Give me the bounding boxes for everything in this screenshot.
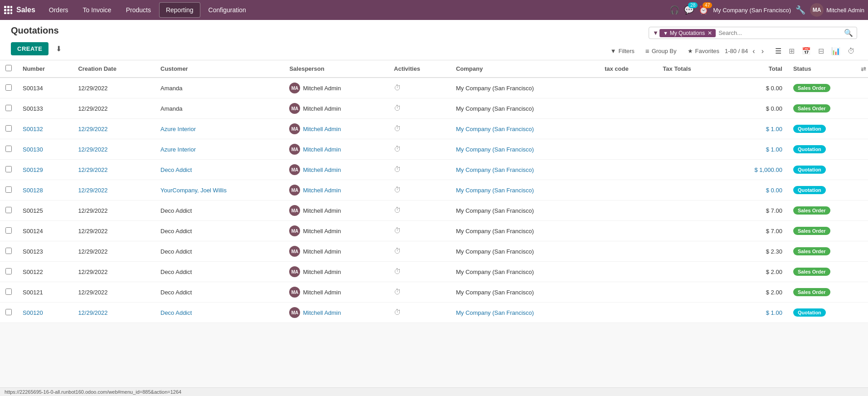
row-activity[interactable]: ⏱ xyxy=(388,180,451,200)
th-customer[interactable]: Customer xyxy=(155,60,284,78)
th-tax-code[interactable]: tax code xyxy=(599,60,657,78)
th-number[interactable]: Number xyxy=(17,60,73,78)
filters-button[interactable]: ▼ Filters xyxy=(605,45,640,57)
row-checkbox-cell[interactable] xyxy=(0,78,17,98)
th-select-all[interactable] xyxy=(0,60,17,78)
row-activity[interactable]: ⏱ xyxy=(388,262,451,282)
row-checkbox-cell[interactable] xyxy=(0,160,17,180)
row-company[interactable]: My Company (San Francisco) xyxy=(451,303,599,323)
row-number[interactable]: S00125 xyxy=(17,200,73,221)
activity-clock-icon[interactable]: ⏱ xyxy=(394,206,401,214)
clock-icon-wrapper[interactable]: ⏰ 47 xyxy=(698,5,708,15)
kanban-view-button[interactable]: ⊞ xyxy=(786,45,797,57)
row-number[interactable]: S00120 xyxy=(17,303,73,323)
row-company[interactable]: My Company (San Francisco) xyxy=(451,119,599,139)
calendar-view-button[interactable]: 📅 xyxy=(800,45,813,57)
activity-clock-icon[interactable]: ⏱ xyxy=(394,84,401,92)
row-customer[interactable]: Azure Interior xyxy=(155,139,284,160)
row-customer[interactable]: Deco Addict xyxy=(155,303,284,323)
nav-configuration[interactable]: Configuration xyxy=(202,3,252,17)
row-customer[interactable]: Deco Addict xyxy=(155,160,284,180)
th-salesperson[interactable]: Salesperson xyxy=(284,60,388,78)
row-checkbox[interactable] xyxy=(5,207,12,213)
activity-clock-icon[interactable]: ⏱ xyxy=(394,125,401,132)
row-company[interactable]: My Company (San Francisco) xyxy=(451,139,599,160)
row-number[interactable]: S00132 xyxy=(17,119,73,139)
row-checkbox[interactable] xyxy=(5,186,12,193)
wrench-icon[interactable]: 🔧 xyxy=(795,5,805,15)
row-activity[interactable]: ⏱ xyxy=(388,98,451,119)
row-number[interactable]: S00124 xyxy=(17,221,73,241)
row-activity[interactable]: ⏱ xyxy=(388,160,451,180)
row-checkbox-cell[interactable] xyxy=(0,262,17,282)
graph-view-button[interactable]: 📊 xyxy=(829,45,843,57)
activity-clock-icon[interactable]: ⏱ xyxy=(394,145,401,153)
nav-to-invoice[interactable]: To Invoice xyxy=(77,3,118,17)
nav-reporting[interactable]: Reporting xyxy=(159,2,200,18)
row-checkbox-cell[interactable] xyxy=(0,180,17,200)
row-checkbox[interactable] xyxy=(5,105,12,111)
activity-clock-icon[interactable]: ⏱ xyxy=(394,166,401,173)
activity-view-button[interactable]: ⏱ xyxy=(845,46,857,57)
nav-orders[interactable]: Orders xyxy=(43,3,75,17)
row-number[interactable]: S00123 xyxy=(17,241,73,262)
activity-clock-icon[interactable]: ⏱ xyxy=(394,104,401,112)
activity-clock-icon[interactable]: ⏱ xyxy=(394,247,401,255)
th-activities[interactable]: Activities xyxy=(388,60,451,78)
pivot-view-button[interactable]: ⊟ xyxy=(816,45,826,57)
row-activity[interactable]: ⏱ xyxy=(388,139,451,160)
row-checkbox[interactable] xyxy=(5,166,12,172)
row-activity[interactable]: ⏱ xyxy=(388,200,451,221)
support-icon-wrapper[interactable]: 🎧 xyxy=(669,5,679,15)
activity-clock-icon[interactable]: ⏱ xyxy=(394,227,401,235)
row-checkbox[interactable] xyxy=(5,309,12,315)
row-creation-date[interactable]: 12/29/2022 xyxy=(73,119,155,139)
th-company[interactable]: Company xyxy=(451,60,599,78)
row-checkbox[interactable] xyxy=(5,288,12,295)
row-company[interactable]: My Company (San Francisco) xyxy=(451,180,599,200)
prev-page-button[interactable]: ‹ xyxy=(751,46,756,56)
row-checkbox[interactable] xyxy=(5,146,12,152)
row-activity[interactable]: ⏱ xyxy=(388,221,451,241)
row-activity[interactable]: ⏱ xyxy=(388,78,451,98)
activity-clock-icon[interactable]: ⏱ xyxy=(394,268,401,275)
row-number[interactable]: S00122 xyxy=(17,262,73,282)
row-activity[interactable]: ⏱ xyxy=(388,119,451,139)
row-checkbox-cell[interactable] xyxy=(0,200,17,221)
download-button[interactable]: ⬇ xyxy=(52,43,65,55)
activity-clock-icon[interactable]: ⏱ xyxy=(394,288,401,296)
row-creation-date[interactable]: 12/29/2022 xyxy=(73,303,155,323)
th-tax-totals[interactable]: Tax Totals xyxy=(657,60,723,78)
row-number[interactable]: S00129 xyxy=(17,160,73,180)
activity-clock-icon[interactable]: ⏱ xyxy=(394,186,401,194)
row-number[interactable]: S00133 xyxy=(17,98,73,119)
user-menu[interactable]: MA Mitchell Admin xyxy=(810,3,864,17)
th-total[interactable]: Total xyxy=(723,60,788,78)
row-checkbox[interactable] xyxy=(5,248,12,254)
groupby-button[interactable]: ≡ Group By xyxy=(640,45,682,57)
active-filter-tag[interactable]: ▼ My Quotations ✕ xyxy=(659,29,716,37)
row-checkbox-cell[interactable] xyxy=(0,119,17,139)
row-checkbox[interactable] xyxy=(5,268,12,274)
nav-products[interactable]: Products xyxy=(120,3,157,17)
row-customer[interactable]: YourCompany, Joel Willis xyxy=(155,180,284,200)
row-number[interactable]: S00130 xyxy=(17,139,73,160)
activity-clock-icon[interactable]: ⏱ xyxy=(394,308,401,316)
th-creation-date[interactable]: Creation Date xyxy=(73,60,155,78)
row-creation-date[interactable]: 12/29/2022 xyxy=(73,139,155,160)
select-all-checkbox[interactable] xyxy=(5,65,12,71)
row-creation-date[interactable]: 12/29/2022 xyxy=(73,180,155,200)
search-button[interactable]: 🔍 xyxy=(844,29,853,37)
row-checkbox[interactable] xyxy=(5,227,12,234)
row-activity[interactable]: ⏱ xyxy=(388,303,451,323)
create-button[interactable]: CREATE xyxy=(11,42,48,55)
apps-menu-button[interactable] xyxy=(4,5,13,15)
search-input[interactable] xyxy=(718,29,844,36)
row-activity[interactable]: ⏱ xyxy=(388,282,451,303)
filter-tag-remove[interactable]: ✕ xyxy=(708,30,712,36)
messages-icon-wrapper[interactable]: 💬 28 xyxy=(684,5,694,15)
row-checkbox-cell[interactable] xyxy=(0,139,17,160)
row-checkbox-cell[interactable] xyxy=(0,98,17,119)
row-checkbox[interactable] xyxy=(5,125,12,132)
row-number[interactable]: S00121 xyxy=(17,282,73,303)
